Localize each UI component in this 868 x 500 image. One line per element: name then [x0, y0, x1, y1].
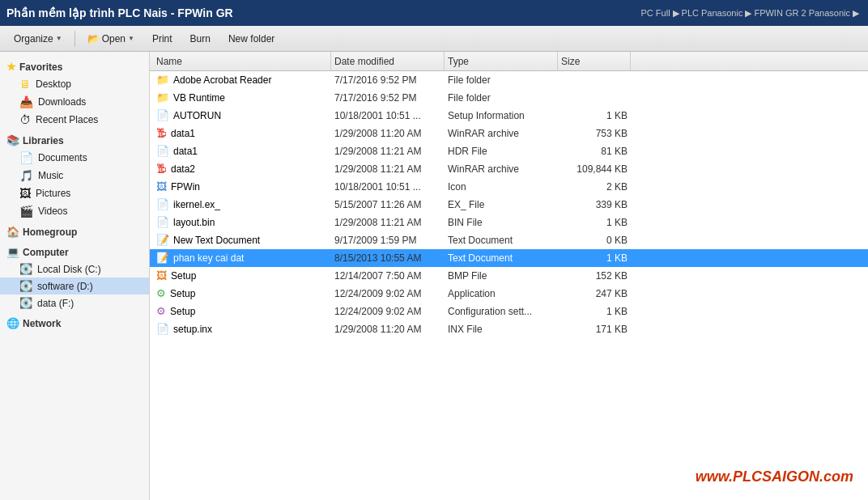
- cell-name: ⚙ Setup: [153, 287, 331, 299]
- cell-size: 339 KB: [558, 199, 631, 210]
- sidebar-item-desktop[interactable]: 🖥 Desktop: [0, 75, 149, 93]
- cell-name: ⚙ Setup: [153, 305, 331, 317]
- sidebar-item-recent-places[interactable]: ⏱ Recent Places: [0, 111, 149, 129]
- open-button[interactable]: 📂 Open ▼: [80, 30, 142, 48]
- recent-places-label: Recent Places: [36, 114, 98, 125]
- cell-name: 📄 data1: [153, 145, 331, 157]
- table-row[interactable]: 🗜 data2 1/29/2008 11:21 AM WinRAR archiv…: [150, 160, 868, 178]
- cell-date: 1/29/2008 11:20 AM: [331, 324, 445, 335]
- cell-name: 📁 Adobe Acrobat Reader: [153, 74, 331, 86]
- data-f-label: data (F:): [37, 298, 74, 309]
- file-icon: ⚙: [156, 287, 166, 299]
- cell-type: Configuration sett...: [445, 306, 558, 317]
- sidebar-item-software-d[interactable]: 💽 software (D:): [0, 278, 149, 294]
- breadcrumb-3[interactable]: FPWIN GR 2 Panasonic: [754, 8, 850, 18]
- organize-label: Organize: [14, 33, 53, 44]
- open-label: Open: [102, 33, 126, 44]
- documents-icon: 📄: [19, 151, 33, 164]
- table-row[interactable]: ⚙ Setup 12/24/2009 9:02 AM Configuration…: [150, 303, 868, 320]
- table-row[interactable]: 📁 Adobe Acrobat Reader 7/17/2016 9:52 PM…: [150, 71, 868, 89]
- computer-section: 💻 Computer 💽 Local Disk (C:) 💽 software …: [0, 244, 149, 311]
- file-icon: 📁: [156, 91, 169, 104]
- sidebar-item-data-f[interactable]: 💽 data (F:): [0, 294, 149, 311]
- cell-size: 109,844 KB: [558, 163, 631, 175]
- table-row[interactable]: 📄 data1 1/29/2008 11:21 AM HDR File 81 K…: [150, 142, 868, 160]
- table-row[interactable]: 📄 AUTORUN 10/18/2001 10:51 ... Setup Inf…: [150, 107, 868, 125]
- breadcrumb-arrow-2: ▶: [745, 8, 751, 19]
- file-icon: 📄: [156, 109, 169, 121]
- computer-label: Computer: [23, 247, 69, 258]
- table-row[interactable]: 📄 layout.bin 1/29/2008 11:21 AM BIN File…: [150, 214, 868, 231]
- cell-date: 12/14/2007 7:50 AM: [331, 270, 445, 282]
- table-row[interactable]: 🖼 Setup 12/14/2007 7:50 AM BMP File 152 …: [150, 267, 868, 285]
- breadcrumb-1[interactable]: PC Full: [641, 8, 670, 18]
- file-name: FPWin: [171, 181, 200, 193]
- table-row[interactable]: 📝 New Text Document 9/17/2009 1:59 PM Te…: [150, 231, 868, 249]
- file-icon: 🖼: [156, 180, 167, 193]
- cell-date: 10/18/2001 10:51 ...: [331, 110, 445, 121]
- music-icon: 🎵: [19, 169, 33, 182]
- sidebar-item-videos[interactable]: 🎬 Videos: [0, 202, 149, 220]
- sidebar-item-music[interactable]: 🎵 Music: [0, 167, 149, 184]
- cell-name: 📄 setup.inx: [153, 323, 331, 335]
- homegroup-header[interactable]: 🏠 Homegroup: [0, 223, 149, 240]
- new-folder-button[interactable]: New folder: [221, 30, 282, 48]
- desktop-icon: 🖥: [19, 78, 31, 91]
- cell-type: File folder: [445, 92, 558, 104]
- cell-size: 81 KB: [558, 146, 631, 157]
- sidebar-item-documents[interactable]: 📄 Documents: [0, 149, 149, 167]
- cell-name: 📄 layout.bin: [153, 216, 331, 228]
- network-label: Network: [23, 318, 61, 329]
- file-name: data1: [173, 146, 198, 157]
- col-type-label: Type: [448, 56, 469, 67]
- col-header-name[interactable]: Name: [153, 52, 331, 70]
- file-icon: 📄: [156, 198, 169, 210]
- cell-date: 12/24/2009 9:02 AM: [331, 306, 445, 317]
- network-section: 🌐 Network: [0, 315, 149, 332]
- file-icon: 📄: [156, 323, 169, 335]
- breadcrumb-arrow-1: ▶: [673, 8, 679, 19]
- open-arrow: ▼: [128, 35, 134, 42]
- file-icon: 📄: [156, 216, 169, 228]
- cell-type: WinRAR archive: [445, 163, 558, 175]
- col-header-date[interactable]: Date modified: [331, 52, 445, 70]
- col-header-type[interactable]: Type: [445, 52, 558, 70]
- sidebar-item-pictures[interactable]: 🖼 Pictures: [0, 184, 149, 202]
- col-size-label: Size: [561, 56, 580, 67]
- table-row[interactable]: 🗜 data1 1/29/2008 11:20 AM WinRAR archiv…: [150, 125, 868, 142]
- cell-name: 🖼 Setup: [153, 269, 331, 282]
- favorites-header[interactable]: ★ Favorites: [0, 58, 149, 75]
- file-icon: 📄: [156, 145, 169, 157]
- col-header-size[interactable]: Size: [558, 52, 631, 70]
- breadcrumb-2[interactable]: PLC Panasonic: [682, 8, 743, 18]
- file-name: layout.bin: [173, 217, 215, 228]
- watermark: www.PLCSAIGON.com: [696, 468, 853, 485]
- col-date-label: Date modified: [334, 56, 394, 67]
- music-label: Music: [38, 170, 63, 181]
- table-row[interactable]: ⚙ Setup 12/24/2009 9:02 AM Application 2…: [150, 285, 868, 303]
- table-row[interactable]: 📄 ikernel.ex_ 5/15/2007 11:26 AM EX_ Fil…: [150, 196, 868, 214]
- sidebar-item-downloads[interactable]: 📥 Downloads: [0, 93, 149, 111]
- table-row[interactable]: 📝 phan key cai dat 8/15/2013 10:55 AM Te…: [150, 249, 868, 267]
- homegroup-label: Homegroup: [23, 227, 77, 238]
- sidebar-item-local-disk[interactable]: 💽 Local Disk (C:): [0, 261, 149, 278]
- organize-button[interactable]: Organize ▼: [6, 30, 70, 48]
- cell-date: 9/17/2009 1:59 PM: [331, 235, 445, 246]
- downloads-label: Downloads: [38, 96, 86, 108]
- burn-label: Burn: [190, 33, 211, 44]
- table-row[interactable]: 🖼 FPWin 10/18/2001 10:51 ... Icon 2 KB: [150, 178, 868, 196]
- network-header[interactable]: 🌐 Network: [0, 315, 149, 332]
- print-button[interactable]: Print: [145, 30, 180, 48]
- libraries-header[interactable]: 📚 Libraries: [0, 132, 149, 149]
- file-icon: 📁: [156, 74, 169, 86]
- burn-button[interactable]: Burn: [183, 30, 218, 48]
- videos-icon: 🎬: [19, 205, 33, 218]
- file-name: Setup: [170, 306, 195, 317]
- print-label: Print: [152, 33, 172, 44]
- open-icon: 📂: [87, 33, 100, 44]
- table-row[interactable]: 📄 setup.inx 1/29/2008 11:20 AM INX File …: [150, 320, 868, 338]
- computer-header[interactable]: 💻 Computer: [0, 244, 149, 261]
- libraries-icon: 📚: [6, 134, 19, 146]
- cell-size: 1 KB: [558, 217, 631, 228]
- table-row[interactable]: 📁 VB Runtime 7/17/2016 9:52 PM File fold…: [150, 89, 868, 107]
